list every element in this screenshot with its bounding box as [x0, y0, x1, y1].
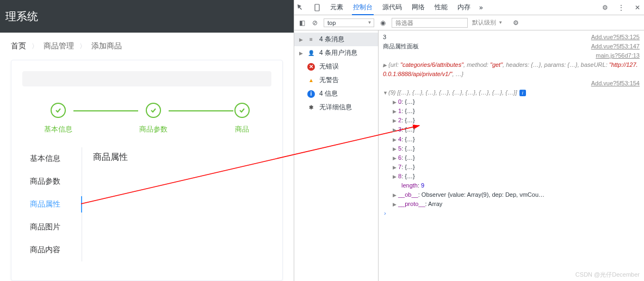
content-title: 商品属性: [93, 152, 261, 163]
filter-input[interactable]: [392, 18, 468, 28]
tab-basic[interactable]: 基本信息: [22, 147, 82, 170]
log-proto[interactable]: ▶__proto__: Array: [383, 199, 640, 209]
devtab-sources[interactable]: 源代码: [381, 1, 403, 14]
context-select[interactable]: top: [324, 18, 374, 27]
sb-info[interactable]: i4 信息: [294, 87, 378, 101]
console-output[interactable]: 3Add.vue?5f53:125 商品属性面板Add.vue?5f53:147…: [379, 30, 644, 281]
sb-verbose[interactable]: ✱无详细信息: [294, 101, 378, 114]
log-array-item[interactable]: ▶3: {…}: [383, 125, 640, 134]
step-2: 商品参数: [139, 103, 168, 134]
source-link[interactable]: main.js?56d7:13: [596, 51, 640, 60]
svg-rect-1: [315, 4, 319, 11]
devtools-tabs: 元素 控制台 源代码 网络 性能 内存 » ⚙ ⋮ ✕: [294, 0, 644, 15]
tab-attrs[interactable]: 商品属性: [22, 193, 82, 216]
console-sidebar: ▶≡4 条消息 ▶👤4 条用户消息 ✕无错误 ▲无警告 i4 信息 ✱无详细信息: [294, 30, 379, 281]
log-array[interactable]: ▼(9) [{…}, {…}, {…}, {…}, {…}, {…}, {…},…: [383, 88, 640, 97]
source-link[interactable]: Add.vue?5f53:154: [591, 79, 640, 88]
tab-params[interactable]: 商品参数: [22, 170, 82, 193]
card: 基本信息 商品参数 商品 基本信息 商品参数 商品属性 商品图片 商品内容: [11, 60, 283, 281]
sidebar-toggle-icon[interactable]: ◧: [298, 18, 306, 27]
log-array-item[interactable]: ▶8: {…}: [383, 172, 640, 181]
log-array-item[interactable]: ▶2: {…}: [383, 116, 640, 125]
card-body: 基本信息 商品参数 商品属性 商品图片 商品内容 商品属性: [22, 147, 271, 261]
info-badge-icon: i: [519, 90, 526, 96]
breadcrumb-last: 添加商品: [91, 41, 122, 50]
devtab-more[interactable]: »: [479, 4, 483, 11]
devtab-perf[interactable]: 性能: [434, 1, 449, 14]
log-row: Add.vue?5f53:154: [383, 79, 640, 88]
sb-user[interactable]: ▶👤4 条用户消息: [294, 46, 378, 60]
console-prompt[interactable]: ›: [383, 209, 640, 218]
tab-content[interactable]: 商品内容: [22, 239, 82, 261]
step-line: [169, 110, 233, 111]
step-label: 商品: [235, 124, 249, 134]
devtab-console[interactable]: 控制台: [352, 1, 374, 15]
close-icon[interactable]: ✕: [633, 3, 642, 12]
tab-content-area: 商品属性: [82, 147, 271, 261]
kebab-icon[interactable]: ⋮: [617, 3, 626, 12]
log-object[interactable]: ▶{url: "categories/6/attributes", method…: [383, 60, 640, 79]
app-header: 理系统: [0, 0, 294, 33]
check-icon: [146, 103, 161, 118]
log-length: length: 9: [383, 181, 640, 190]
console-toolbar: ◧ ⊘ top ◉ 默认级别 ⚙: [294, 15, 644, 30]
check-icon: [51, 103, 66, 118]
log-ob[interactable]: ▶__ob__: Observer {value: Array(9), dep:…: [383, 190, 640, 199]
breadcrumb-sep: 〉: [32, 42, 38, 50]
vertical-tabs: 基本信息 商品参数 商品属性 商品图片 商品内容: [22, 147, 82, 261]
watermark: CSDN @光仔December: [575, 271, 640, 279]
step-line: [73, 110, 138, 111]
log-row: main.js?56d7:13: [383, 51, 640, 60]
gear-icon[interactable]: ⚙: [600, 3, 609, 12]
app-title: 理系统: [5, 9, 38, 24]
log-array-item[interactable]: ▶1: {…}: [383, 107, 640, 116]
sb-messages[interactable]: ▶≡4 条消息: [294, 33, 378, 46]
log-array-item[interactable]: ▶7: {…}: [383, 163, 640, 172]
tab-images[interactable]: 商品图片: [22, 216, 82, 239]
devtab-memory[interactable]: 内存: [456, 1, 472, 14]
step-label: 基本信息: [44, 124, 72, 134]
devtab-network[interactable]: 网络: [411, 1, 426, 14]
eye-icon[interactable]: ◉: [379, 18, 387, 27]
device-icon[interactable]: [313, 3, 321, 12]
breadcrumb-sep: 〉: [79, 42, 86, 50]
app-pane: 理系统 首页 〉 商品管理 〉 添加商品 基本信息 商品参数 商品: [0, 0, 294, 281]
gear-icon[interactable]: ⚙: [511, 18, 520, 27]
log-row: 3Add.vue?5f53:125: [383, 33, 640, 42]
sb-errors[interactable]: ✕无错误: [294, 60, 378, 73]
source-link[interactable]: Add.vue?5f53:147: [591, 42, 640, 51]
level-select[interactable]: 默认级别: [472, 18, 503, 27]
source-link[interactable]: Add.vue?5f53:125: [591, 33, 640, 42]
step-3: 商品: [234, 103, 250, 134]
breadcrumb: 首页 〉 商品管理 〉 添加商品: [0, 33, 294, 60]
devtab-elements[interactable]: 元素: [329, 1, 344, 14]
breadcrumb-home[interactable]: 首页: [11, 41, 26, 50]
sb-warnings[interactable]: ▲无警告: [294, 73, 378, 87]
clear-icon[interactable]: ⊘: [311, 18, 319, 27]
console-body: ▶≡4 条消息 ▶👤4 条用户消息 ✕无错误 ▲无警告 i4 信息 ✱无详细信息…: [294, 30, 644, 281]
log-array-item[interactable]: ▶5: {…}: [383, 144, 640, 153]
log-array-item[interactable]: ▶6: {…}: [383, 153, 640, 163]
inspect-icon[interactable]: [296, 3, 305, 12]
step-1: 基本信息: [44, 103, 72, 134]
step-label: 商品参数: [139, 124, 168, 134]
check-icon: [234, 103, 250, 118]
alert-bar: [22, 71, 271, 86]
log-array-item[interactable]: ▶0: {…}: [383, 97, 640, 107]
breadcrumb-mid[interactable]: 商品管理: [44, 41, 74, 50]
steps: 基本信息 商品参数 商品: [22, 103, 271, 134]
devtools-panel: 元素 控制台 源代码 网络 性能 内存 » ⚙ ⋮ ✕ ◧ ⊘ top ◉ 默认…: [294, 0, 644, 281]
log-row: 商品属性面板Add.vue?5f53:147: [383, 42, 640, 51]
log-array-item[interactable]: ▶4: {…}: [383, 135, 640, 144]
